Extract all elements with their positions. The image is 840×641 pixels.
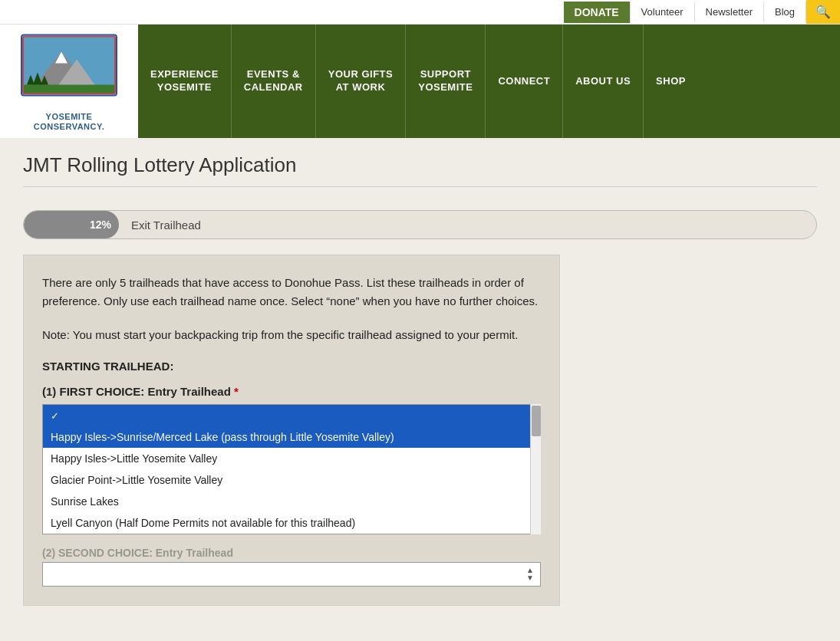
checkmark-icon: ✓ (51, 410, 59, 422)
second-choice-label: (2) SECOND CHOICE: Entry Trailhead (42, 542, 541, 562)
blog-link[interactable]: Blog (764, 2, 806, 22)
logo-box: YOSEMITE CONSERVANCY. (19, 31, 119, 132)
form-description-1: There are only 5 trailheads that have ac… (42, 274, 541, 311)
nav-support[interactable]: SUPPORT YOSEMITE (406, 25, 486, 138)
donate-link[interactable]: DONATE (564, 2, 631, 23)
nav-about[interactable]: ABOUT US (563, 25, 644, 138)
logo-text: YOSEMITE CONSERVANCY. (19, 112, 119, 132)
dropdown-scrollbar[interactable] (530, 404, 541, 534)
svg-rect-4 (23, 85, 115, 94)
progress-fill: 12% (24, 211, 119, 238)
dropdown-list: ✓ Happy Isles->Sunrise/Merced Lake (pass… (42, 404, 541, 534)
form-description-2: Note: You must start your backpacking tr… (42, 326, 541, 344)
volunteer-link[interactable]: Volunteer (631, 2, 695, 22)
first-choice-label: (1) FIRST CHOICE: Entry Trailhead* (42, 385, 541, 398)
utility-bar: DONATE Volunteer Newsletter Blog 🔍 (0, 0, 840, 25)
dropdown-option-happy-isles-lyv[interactable]: Happy Isles->Little Yosemite Valley (43, 448, 540, 469)
page-title: JMT Rolling Lottery Application (23, 153, 817, 187)
second-choice-container: (2) SECOND CHOICE: Entry Trailhead ▲ ▼ (42, 542, 541, 587)
second-choice-select[interactable]: ▲ ▼ (42, 562, 541, 587)
first-choice-dropdown-open[interactable]: ✓ Happy Isles->Sunrise/Merced Lake (pass… (42, 404, 541, 534)
dropdown-option-glacier-point[interactable]: Glacier Point->Little Yosemite Valley (43, 469, 540, 491)
dropdown-option-blank[interactable]: ✓ (43, 405, 540, 426)
main-header: YOSEMITE CONSERVANCY. EXPERIENCE YOSEMIT… (0, 25, 840, 138)
search-button[interactable]: 🔍 (806, 0, 840, 24)
dropdown-option-lyell-canyon[interactable]: Lyell Canyon (Half Dome Permits not avai… (43, 512, 540, 534)
logo-area: YOSEMITE CONSERVANCY. (0, 25, 138, 138)
newsletter-link[interactable]: Newsletter (695, 2, 764, 22)
nav-shop[interactable]: SHOP (644, 25, 698, 138)
main-nav: EXPERIENCE YOSEMITE EVENTS & CALENDAR YO… (138, 25, 840, 138)
nav-gifts[interactable]: YOUR GIFTS AT WORK (316, 25, 406, 138)
starting-trailhead-title: STARTING TRAILHEAD: (42, 360, 541, 373)
nav-experience[interactable]: EXPERIENCE YOSEMITE (138, 25, 232, 138)
progress-percent: 12% (90, 219, 111, 231)
form-section: There are only 5 trailheads that have ac… (23, 255, 560, 606)
logo-image (19, 31, 119, 107)
nav-connect[interactable]: CONNECT (486, 25, 563, 138)
progress-bar-container: 12% Exit Trailhead (23, 210, 817, 239)
dropdown-option-sunrise-lakes[interactable]: Sunrise Lakes (43, 491, 540, 512)
search-icon: 🔍 (815, 5, 831, 18)
progress-label: Exit Trailhead (119, 219, 201, 232)
scroll-thumb (532, 406, 541, 436)
select-arrows-icon: ▲ ▼ (526, 567, 534, 582)
page-content: JMT Rolling Lottery Application 12% Exit… (0, 138, 840, 621)
nav-events[interactable]: EVENTS & CALENDAR (232, 25, 316, 138)
required-star: * (234, 385, 239, 398)
dropdown-option-happy-isles-sunrise[interactable]: Happy Isles->Sunrise/Merced Lake (pass t… (43, 426, 540, 448)
